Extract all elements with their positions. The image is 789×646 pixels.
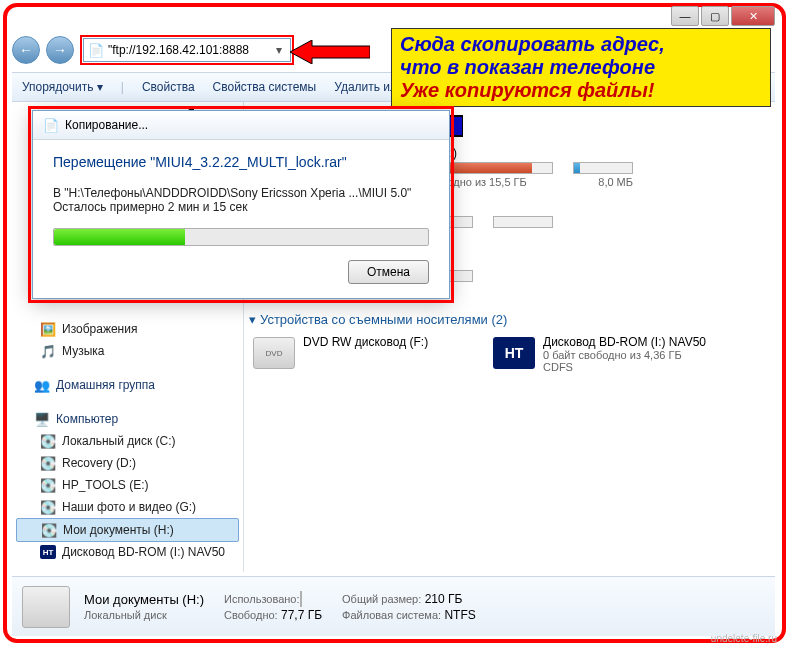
organize-menu[interactable]: Упорядочить ▾: [22, 80, 103, 94]
disk-icon: 💽: [40, 477, 56, 493]
red-arrow-annotation: [290, 40, 370, 64]
images-icon: 🖼️: [40, 321, 56, 337]
system-properties-button[interactable]: Свойства системы: [213, 80, 317, 94]
forward-button[interactable]: →: [46, 36, 74, 64]
disk-icon: 💽: [40, 499, 56, 515]
close-button[interactable]: ✕: [731, 6, 775, 26]
removable-header[interactable]: ▾Устройства со съемными носителями (2): [245, 306, 775, 331]
address-bar[interactable]: 📄 ▾: [83, 38, 291, 62]
copy-destination: В "H:\Телефоны\ANDDDROIDD\Sony Ericsson …: [53, 186, 429, 200]
bdrom-icon: HT: [40, 545, 56, 559]
cancel-button[interactable]: Отмена: [348, 260, 429, 284]
sidebar-drive[interactable]: 💽Recovery (D:): [12, 452, 243, 474]
watermark: undelete-file.ru: [711, 633, 777, 644]
minimize-button[interactable]: —: [671, 6, 699, 26]
svg-marker-0: [290, 40, 370, 64]
back-button[interactable]: ←: [12, 36, 40, 64]
annotation-callout: Сюда скопировать адрес, что в показан те…: [391, 28, 771, 107]
drive-item[interactable]: 8,0 МБ: [573, 146, 633, 188]
expand-icon: ▾: [249, 312, 256, 327]
address-dropdown-icon[interactable]: ▾: [272, 43, 286, 57]
sidebar-computer[interactable]: 🖥️Компьютер: [12, 408, 243, 430]
nav50-icon: HT: [493, 337, 535, 369]
window-controls: — ▢ ✕: [671, 6, 775, 26]
details-pane: Мои документы (H:) Локальный диск Исполь…: [12, 576, 775, 636]
sidebar-drive[interactable]: 💽Наши фото и видео (G:): [12, 496, 243, 518]
sidebar-music[interactable]: 🎵Музыка: [12, 340, 243, 362]
address-highlight: 📄 ▾: [80, 35, 294, 65]
drive-item[interactable]: HT Дисковод BD-ROM (I:) NAV50 0 байт сво…: [493, 335, 713, 373]
dialog-title-bar[interactable]: 📄 Копирование...: [33, 111, 449, 140]
folder-icon: 📄: [88, 42, 104, 58]
address-input[interactable]: [108, 43, 268, 57]
computer-icon: 🖥️: [34, 411, 50, 427]
sidebar-drive-selected[interactable]: 💽Мои документы (H:): [16, 518, 239, 542]
dvd-icon: DVD: [253, 337, 295, 369]
usage-bar: [300, 591, 302, 607]
footer-title: Мои документы (H:): [84, 592, 204, 607]
sidebar-images[interactable]: 🖼️Изображения: [12, 318, 243, 340]
drive-item[interactable]: [493, 200, 553, 242]
copy-icon: 📄: [43, 117, 59, 133]
disk-icon: 💽: [40, 433, 56, 449]
disk-icon: 💽: [40, 455, 56, 471]
sidebar-drive[interactable]: 💽HP_TOOLS (E:): [12, 474, 243, 496]
properties-button[interactable]: Свойства: [142, 80, 195, 94]
maximize-button[interactable]: ▢: [701, 6, 729, 26]
copy-heading: Перемещение "MIUI4_3.2.22_MULTI_lock.rar…: [53, 154, 429, 170]
sidebar-homegroup[interactable]: 👥Домашняя группа: [12, 374, 243, 396]
sidebar-drive[interactable]: 💽Локальный диск (C:): [12, 430, 243, 452]
copy-progress-bar: [53, 228, 429, 246]
disk-icon: 💽: [41, 522, 57, 538]
music-icon: 🎵: [40, 343, 56, 359]
drive-item[interactable]: DVD DVD RW дисковод (F:): [253, 335, 473, 373]
copy-time-remaining: Осталось примерно 2 мин и 15 сек: [53, 200, 429, 214]
copy-dialog: 📄 Копирование... Перемещение "MIUI4_3.2.…: [32, 110, 450, 299]
removable-panel: DVD DVD RW дисковод (F:) HT Дисковод BD-…: [245, 331, 775, 383]
homegroup-icon: 👥: [34, 377, 50, 393]
drive-icon-large: [22, 586, 70, 628]
sidebar-drive[interactable]: HTДисковод BD-ROM (I:) NAV50: [12, 542, 243, 562]
